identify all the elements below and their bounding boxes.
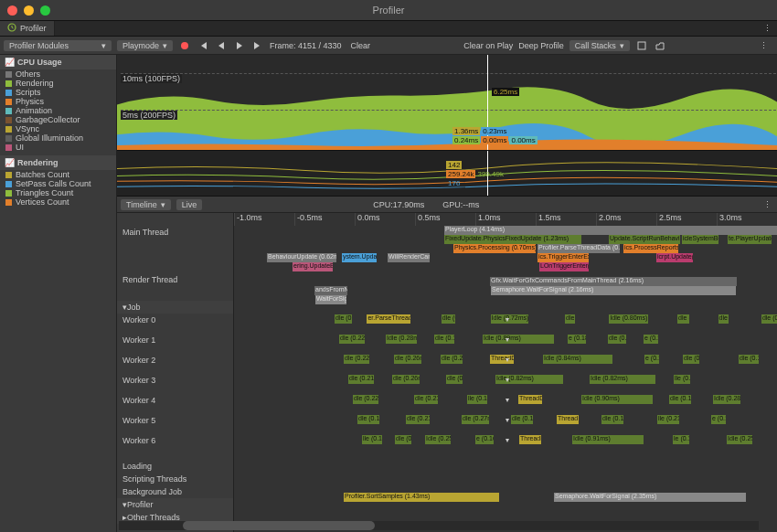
- clear-on-play-toggle[interactable]: Clear on Play: [463, 41, 513, 50]
- expand-icon[interactable]: ▾: [506, 416, 509, 424]
- deep-profile-toggle[interactable]: Deep Profile: [518, 41, 564, 50]
- legend-item[interactable]: UI: [4, 143, 112, 152]
- legend-item[interactable]: SetPass Calls Count: [4, 179, 112, 188]
- thread-background-job[interactable]: Background Job: [117, 485, 233, 498]
- thread-worker[interactable]: Worker 2: [117, 354, 233, 374]
- timeline-event[interactable]: dle (0.18ms): [739, 355, 759, 364]
- timeline-event[interactable]: dle (0.25ms): [761, 314, 777, 324]
- timeline-event[interactable]: ics.ProcessReports (0.40: [623, 244, 678, 253]
- timeline-event[interactable]: icleSystemBegir: [682, 235, 718, 244]
- thread-worker[interactable]: Worker 1: [117, 334, 233, 354]
- save-icon[interactable]: [635, 39, 648, 52]
- prev-frame-button[interactable]: [215, 39, 228, 52]
- timeline-event[interactable]: Idle (0.72ms): [491, 314, 529, 324]
- expand-icon[interactable]: ▾: [506, 436, 509, 444]
- timeline-event[interactable]: dle (0.21ms): [348, 375, 374, 384]
- record-button[interactable]: [178, 39, 191, 52]
- minimize-window-button[interactable]: [24, 5, 34, 16]
- context-menu-icon[interactable]: ⋮: [754, 41, 773, 50]
- timeline-event[interactable]: dle (0.11ms): [565, 314, 575, 324]
- timeline-event[interactable]: dle (0.22ms): [344, 355, 369, 364]
- thread-loading[interactable]: Loading: [117, 460, 233, 473]
- legend-item[interactable]: Animation: [4, 106, 112, 115]
- legend-item[interactable]: Scripts: [4, 88, 112, 97]
- timeline-event[interactable]: Idle (0.28ms): [386, 335, 417, 344]
- timeline-event[interactable]: ThreadD: [518, 395, 542, 404]
- timeline-event[interactable]: dle (0.19ms): [601, 415, 623, 424]
- timeline-event[interactable]: dle (0.27ms): [335, 314, 352, 324]
- thread-render[interactable]: Render Thread: [117, 273, 233, 301]
- module-cpu-header[interactable]: 📈 CPU Usage: [0, 55, 116, 69]
- close-window-button[interactable]: [7, 5, 17, 16]
- tab-profiler[interactable]: Profiler: [0, 21, 55, 36]
- timeline-event[interactable]: dle (0.15m: [683, 355, 699, 364]
- tab-menu-icon[interactable]: ⋮: [758, 24, 777, 33]
- timeline-event[interactable]: FixedUpdate.PhysicsFixedUpdate (1.23ms): [444, 235, 581, 244]
- timeline-event[interactable]: lle (0.16ms: [467, 395, 487, 404]
- timeline-event[interactable]: lle (0.15ms: [362, 435, 382, 444]
- expand-icon[interactable]: ▾: [506, 335, 509, 344]
- profiler-group-header[interactable]: ▾Profiler: [117, 498, 233, 511]
- timeline-event[interactable]: Update.ScriptRunBehaviourUpdate (0.62ms): [609, 235, 680, 244]
- timeline-event[interactable]: dle (0.12m: [446, 375, 463, 384]
- timeline-event[interactable]: Idle (0.91ms): [572, 435, 644, 444]
- timeline-event[interactable]: Idle (0.25ms): [727, 435, 752, 444]
- next-frame-button[interactable]: [233, 39, 246, 52]
- expand-icon[interactable]: ▾: [506, 396, 509, 404]
- timeline-event[interactable]: dle (0.22ms): [353, 395, 378, 404]
- scrollbar-thumb[interactable]: [183, 521, 375, 530]
- timeline-event[interactable]: dle (0.20ms: [441, 355, 463, 364]
- timeline-event[interactable]: Idle (0.82ms): [590, 375, 655, 384]
- legend-item[interactable]: VSync: [4, 124, 112, 133]
- horizontal-scrollbar[interactable]: [119, 521, 759, 530]
- timeline-event[interactable]: LOnTriggerEnter() (Invo: [539, 262, 589, 271]
- thread-scripting[interactable]: Scripting Threads: [117, 473, 233, 485]
- maximize-window-button[interactable]: [40, 5, 50, 16]
- timeline-event[interactable]: e (0.16ms: [475, 435, 494, 444]
- timeline-event[interactable]: Thread: [557, 415, 579, 424]
- timeline-event[interactable]: e (0.11m: [644, 335, 658, 344]
- legend-item[interactable]: GarbageCollector: [4, 115, 112, 124]
- playmode-dropdown[interactable]: Playmode▾: [117, 40, 173, 51]
- timeline-event[interactable]: Idle (0.25ms): [425, 435, 451, 444]
- timeline-event[interactable]: ics.TriggerEnterExits (0.3: [538, 253, 589, 262]
- timeline-menu-icon[interactable]: ⋮: [758, 200, 777, 209]
- timeline-event[interactable]: e (0.11m: [711, 415, 726, 424]
- timeline-event[interactable]: Profiler.ParseThreadData (0.59ms): [538, 244, 620, 253]
- timeline-event[interactable]: e (0.18ms: [568, 335, 586, 344]
- timeline-event[interactable]: Semaphore.WaitForSignal (2.16ms): [491, 286, 736, 295]
- timeline-event[interactable]: icrpt.Update() (Invoke) (0: [656, 253, 693, 262]
- thread-worker[interactable]: Worker 3: [117, 374, 233, 394]
- profiler-modules-dropdown[interactable]: Profiler Modules▾: [4, 40, 112, 51]
- live-toggle[interactable]: Live: [176, 199, 203, 210]
- timeline-event[interactable]: dle (0.11r: [395, 435, 411, 444]
- timeline-event[interactable]: dle (0.19ms): [511, 415, 533, 424]
- first-frame-button[interactable]: [197, 39, 209, 52]
- job-group-header[interactable]: ▾Job: [117, 301, 233, 314]
- timeline-event[interactable]: Idle (0.28ms): [713, 395, 740, 404]
- timeline-view-dropdown[interactable]: Timeline▾: [121, 199, 171, 210]
- timeline-event[interactable]: dle (0.21ms): [406, 415, 430, 424]
- legend-item[interactable]: Triangles Count: [4, 188, 112, 197]
- timeline-event[interactable]: Profiler.SortSamples (1.43ms): [344, 493, 499, 502]
- timeline-event[interactable]: Physics.Processing (0.70ms): [453, 244, 536, 253]
- thread-worker[interactable]: Worker 6: [117, 434, 233, 454]
- timeline-event[interactable]: le (0.14m: [673, 435, 689, 444]
- timeline-event[interactable]: dle (0.27ms): [462, 415, 489, 424]
- timeline-event[interactable]: ThreadD: [490, 355, 514, 364]
- cpu-chart[interactable]: 10ms (100FPS) 5ms (200FPS) 6.25ms 1.36ms…: [117, 55, 777, 151]
- timeline-event[interactable]: Idle (0.84ms): [543, 355, 612, 364]
- last-frame-button[interactable]: [251, 39, 264, 52]
- expand-icon[interactable]: ▾: [506, 376, 509, 384]
- timeline-event[interactable]: dle (0.19ms): [669, 395, 691, 404]
- timeline-event[interactable]: dle (0.22ms): [339, 335, 365, 344]
- timeline-event[interactable]: dle (0.16ms): [442, 314, 455, 324]
- timeline-event[interactable]: er.ParseThreadData (0.3: [367, 314, 410, 324]
- callstacks-dropdown[interactable]: Call Stacks▾: [569, 40, 630, 51]
- timeline-event[interactable]: Idle (0.90ms): [581, 395, 653, 404]
- timeline-event[interactable]: Semaphore.WaitForSignal (2.35ms): [554, 493, 746, 502]
- thread-main[interactable]: Main Thread: [117, 226, 233, 273]
- timeline-event[interactable]: e (0.13m: [644, 355, 659, 364]
- timeline-event[interactable]: PlayerLoop (4.14ms): [444, 226, 777, 235]
- module-rendering-header[interactable]: 📈 Rendering: [0, 155, 116, 170]
